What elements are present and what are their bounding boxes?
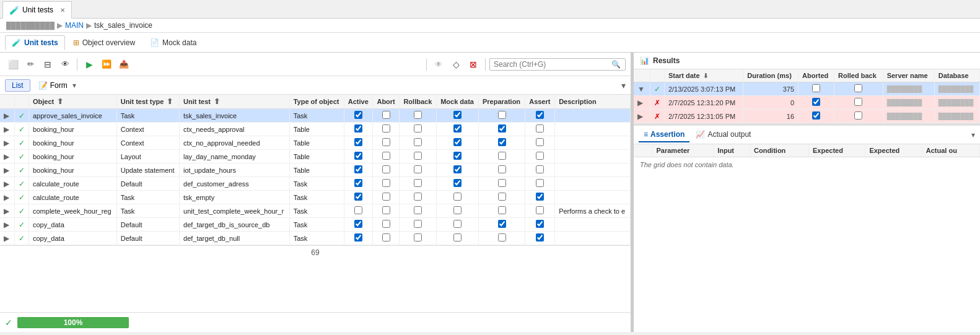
- checkbox-rollback-9[interactable]: [414, 233, 422, 241]
- th-unit-test-type[interactable]: Unit test type ⬆: [116, 95, 179, 109]
- export-button[interactable]: 📤: [116, 56, 132, 72]
- checkbox-mock-7[interactable]: [453, 206, 462, 214]
- view-tab-list[interactable]: List: [5, 79, 30, 92]
- checkbox-abort-3[interactable]: [382, 152, 390, 160]
- checkbox-mock-8[interactable]: [453, 220, 462, 228]
- checkbox-rollback-0[interactable]: [414, 111, 422, 119]
- expand-icon[interactable]: ▶: [4, 166, 9, 175]
- nav-tab-mock-data[interactable]: 📄 Mock data: [143, 35, 203, 50]
- checkbox-mock-0[interactable]: [453, 111, 462, 119]
- checkbox-mock-3[interactable]: [453, 152, 462, 160]
- new-button[interactable]: ⬜: [5, 56, 21, 72]
- results-row[interactable]: ▶ ✗ 2/7/2025 12:31:20 PM 0 ████████ ████…: [634, 96, 980, 110]
- checkbox-abort-8[interactable]: [382, 220, 390, 228]
- th-unit-test[interactable]: Unit test ⬆: [180, 95, 290, 109]
- table-row[interactable]: ▶ ✓ approve_sales_invoice Task tsk_sales…: [0, 109, 631, 123]
- panel-dropdown-icon[interactable]: ▾: [621, 80, 626, 90]
- expand-icon[interactable]: ▶: [4, 234, 9, 243]
- table-row[interactable]: ▶ ✓ booking_hour Context ctx_no_approval…: [0, 136, 631, 150]
- checkbox-rolledback-1[interactable]: [854, 98, 862, 106]
- diamond-button[interactable]: ◇: [448, 56, 464, 72]
- checkbox-mock-6[interactable]: [453, 193, 462, 201]
- checkbox-rollback-5[interactable]: [414, 179, 422, 187]
- checkbox-abort-9[interactable]: [382, 233, 390, 241]
- checkbox-mock-9[interactable]: [453, 233, 462, 241]
- checkbox-rollback-7[interactable]: [414, 206, 422, 214]
- checkbox-mock-4[interactable]: [453, 165, 462, 173]
- checkbox-assert-5[interactable]: [536, 179, 544, 187]
- nav-tab-object-overview[interactable]: ⊞ Object overview: [66, 35, 142, 50]
- checkbox-assert-6[interactable]: [536, 193, 544, 201]
- results-row[interactable]: ▶ ✗ 2/7/2025 12:31:05 PM 16 ████████ ███…: [634, 110, 980, 123]
- checkbox-rollback-4[interactable]: [414, 165, 422, 173]
- checkbox-assert-3[interactable]: [536, 152, 544, 160]
- rth-start-date[interactable]: Start date ⬇: [664, 69, 743, 82]
- checkbox-active-5[interactable]: [354, 179, 362, 187]
- checkbox-aborted-1[interactable]: [812, 98, 820, 106]
- checkbox-abort-6[interactable]: [382, 193, 390, 201]
- table-row[interactable]: ▶ ✓ copy_data Default def_target_db_null…: [0, 232, 631, 245]
- results-expand-icon[interactable]: ▶: [637, 98, 643, 107]
- table-row[interactable]: ▶ ✓ calculate_route Default def_customer…: [0, 177, 631, 191]
- view-tab-form[interactable]: 📝 Form ▾: [32, 79, 83, 92]
- expand-icon[interactable]: ▶: [4, 125, 9, 134]
- expand-icon[interactable]: ▶: [4, 207, 9, 215]
- checkbox-prep-7[interactable]: [498, 206, 506, 214]
- checkbox-rollback-3[interactable]: [414, 152, 422, 160]
- checkbox-rolledback-2[interactable]: [854, 111, 862, 120]
- expand-icon[interactable]: ▶: [4, 180, 9, 188]
- checkbox-rollback-8[interactable]: [414, 220, 422, 228]
- checkbox-abort-4[interactable]: [382, 165, 390, 173]
- search-input[interactable]: [494, 60, 611, 69]
- checkbox-assert-7[interactable]: [536, 206, 544, 214]
- eye-slash-button[interactable]: 👁: [431, 56, 447, 72]
- close-x-button[interactable]: ⊠: [465, 56, 481, 72]
- expand-icon[interactable]: ▶: [4, 193, 9, 202]
- checkbox-prep-6[interactable]: [498, 193, 506, 201]
- checkbox-rollback-6[interactable]: [414, 193, 422, 201]
- collapse-button[interactable]: ⊟: [40, 56, 56, 72]
- checkbox-prep-8[interactable]: [498, 220, 506, 228]
- checkbox-prep-4[interactable]: [498, 165, 506, 173]
- checkbox-abort-5[interactable]: [382, 179, 390, 187]
- checkbox-abort-7[interactable]: [382, 206, 390, 214]
- show-button[interactable]: 👁: [57, 56, 73, 72]
- table-row[interactable]: ▶ ✓ complete_week_hour_reg Task unit_tes…: [0, 204, 631, 218]
- th-object[interactable]: Object ⬆: [29, 95, 117, 109]
- checkbox-assert-8[interactable]: [536, 220, 544, 228]
- checkbox-prep-0[interactable]: [498, 111, 506, 119]
- table-row[interactable]: ▶ ✓ booking_hour Layout lay_day_name_mon…: [0, 150, 631, 163]
- checkbox-aborted-0[interactable]: [812, 84, 820, 92]
- checkbox-assert-2[interactable]: [536, 138, 544, 146]
- results-expand-icon[interactable]: ▼: [637, 85, 645, 94]
- edit-button[interactable]: ✏: [22, 56, 38, 72]
- expand-icon[interactable]: ▶: [4, 111, 9, 120]
- checkbox-assert-9[interactable]: [536, 233, 544, 241]
- assertion-tab-actual-output[interactable]: 📈 Actual output: [691, 128, 756, 142]
- checkbox-active-1[interactable]: [354, 124, 362, 133]
- checkbox-mock-1[interactable]: [453, 124, 462, 133]
- checkbox-aborted-2[interactable]: [812, 111, 820, 120]
- run-button[interactable]: ▶: [81, 56, 97, 72]
- tab-close-button[interactable]: ✕: [60, 7, 65, 14]
- checkbox-active-7[interactable]: [354, 206, 362, 214]
- assertion-panel-dropdown[interactable]: ▾: [971, 131, 975, 139]
- checkbox-assert-4[interactable]: [536, 165, 544, 173]
- checkbox-active-2[interactable]: [354, 138, 362, 146]
- assertion-tab-assertion[interactable]: ≡ Assertion: [639, 128, 689, 142]
- checkbox-rollback-1[interactable]: [414, 124, 422, 133]
- checkbox-abort-0[interactable]: [382, 111, 390, 119]
- checkbox-prep-3[interactable]: [498, 152, 506, 160]
- checkbox-mock-5[interactable]: [453, 179, 462, 187]
- checkbox-active-4[interactable]: [354, 165, 362, 173]
- checkbox-active-3[interactable]: [354, 152, 362, 160]
- checkbox-abort-1[interactable]: [382, 124, 390, 133]
- checkbox-active-0[interactable]: [354, 111, 362, 119]
- checkbox-rolledback-0[interactable]: [854, 84, 862, 92]
- checkbox-mock-2[interactable]: [453, 138, 462, 146]
- results-row[interactable]: ▼ ✓ 2/13/2025 3:07:13 PM 375 ████████ ██…: [634, 82, 980, 96]
- checkbox-abort-2[interactable]: [382, 138, 390, 146]
- checkbox-rollback-2[interactable]: [414, 138, 422, 146]
- table-row[interactable]: ▶ ✓ calculate_route Task tsk_empty Task: [0, 191, 631, 204]
- checkbox-active-6[interactable]: [354, 193, 362, 201]
